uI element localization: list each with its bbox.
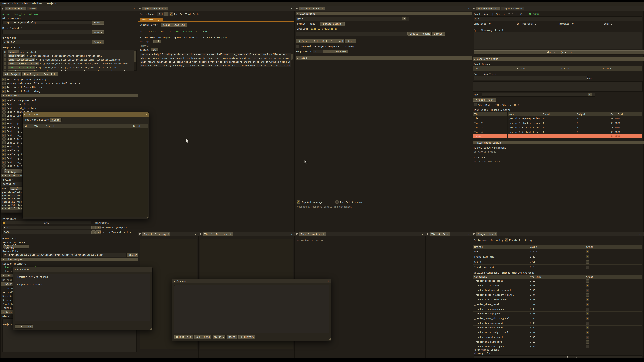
component-graph-checkbox[interactable] (586, 340, 590, 344)
message-action-button[interactable]: MD Only (213, 335, 226, 339)
dock-options-icon[interactable] (1, 170, 3, 172)
project-file-row[interactable]: x temp_project C:\projects\manual_slop\t… (4, 54, 136, 57)
step-mode-checkbox[interactable] (474, 103, 477, 106)
window-close-icon[interactable]: X (146, 113, 147, 116)
tab-close-icon[interactable]: X (168, 233, 169, 236)
create-discussion-button[interactable]: Create (407, 31, 420, 36)
remove-file-button[interactable]: x (4, 62, 6, 65)
menu-item[interactable]: View (22, 2, 28, 5)
option-checkbox[interactable] (2, 82, 6, 85)
tab-tier2-techlead[interactable]: Tier 2: Tech LeadX (202, 232, 232, 236)
file-name-badge[interactable]: temp_livetoolssim * (8, 66, 35, 69)
remove-file-button[interactable]: x (4, 54, 6, 57)
menu-item[interactable]: Windows (32, 2, 42, 5)
scrollbar-thumb[interactable] (291, 54, 293, 60)
provider-select[interactable]: gemini_cli (1, 182, 25, 186)
model-option[interactable]: gemini-2.5-flash- (1, 207, 22, 210)
project-files-list[interactable]: x project project.toml x temp_project C:… (2, 50, 136, 71)
response-to-history-button[interactable]: -> History (15, 325, 33, 329)
tab-close-icon[interactable]: X (230, 233, 231, 236)
add-project-button[interactable]: Add Project (2, 72, 23, 76)
tier-row[interactable]: Tier 3 gemini-2.5-flash-lite 0 0 $0.0000 (473, 125, 642, 130)
remove-file-button[interactable]: x (4, 66, 6, 69)
tool-checkbox[interactable] (2, 99, 6, 102)
panel-close-icon[interactable]: X (467, 7, 470, 10)
tab-close-icon[interactable]: X (23, 7, 24, 10)
project-file-row[interactable]: x temp_liveaisettingssim C:\projects\man… (4, 62, 136, 65)
save-all-button[interactable]: Save All (41, 72, 58, 76)
tab-comms-history[interactable]: Comms History (140, 18, 163, 21)
tool-checkbox[interactable] (2, 137, 6, 141)
epic-planning-textarea[interactable] (474, 32, 642, 49)
panel-close-icon[interactable]: X (638, 7, 642, 10)
response-window[interactable]: ▼ Response X [GEMINI_CLI API ERROR] subp… (13, 267, 152, 330)
file-name-badge[interactable]: temp_livecontextsim (8, 58, 35, 61)
collapse-icon[interactable]: ▼ (14, 269, 16, 271)
load-log-button[interactable]: Load Log (171, 23, 187, 27)
tab-close-icon[interactable]: X (494, 233, 496, 236)
slider-knob[interactable] (3, 222, 5, 224)
tool-checkbox[interactable] (2, 161, 6, 164)
option-checkbox[interactable] (2, 86, 6, 89)
tier-model-config-header[interactable]: ▶ Tier Model Config (473, 141, 644, 144)
tab-log-management[interactable]: Log Management (501, 7, 524, 10)
reset-cli-session-button[interactable]: Reset CLI Session (2, 244, 29, 249)
tab-close-icon[interactable]: X (165, 7, 166, 10)
file-name-badge[interactable]: temp_liveaisettingssim (8, 62, 38, 65)
token-budget-header[interactable]: ▼ Token Budget (1, 258, 140, 261)
tab-close-icon[interactable]: X (447, 233, 448, 236)
component-graph-checkbox[interactable] (586, 284, 590, 287)
dock-options-icon[interactable] (426, 233, 429, 236)
response-text-box[interactable]: [GEMINI_CLI API ERROR] subprocess timeou… (15, 274, 150, 321)
binary-path-input[interactable]: "C:\projects\manual_slop\.venv\Scripts\p… (2, 253, 128, 257)
component-graph-checkbox[interactable] (586, 326, 590, 330)
track-type-select[interactable]: feature (482, 92, 595, 96)
model-option[interactable]: gemini-3-flash-pr (1, 191, 22, 194)
tool-calls-titlebar[interactable]: ▼ Tool Calls X (23, 112, 149, 117)
model-option[interactable]: gemini-3.1-pro-pr (1, 194, 22, 197)
panel-close-icon[interactable]: X (467, 233, 470, 236)
collapse-icon[interactable]: ▼ (24, 114, 25, 116)
track-description-textarea[interactable] (473, 81, 643, 91)
tab-tier3-workers[interactable]: Tier 3: WorkersX (299, 232, 326, 236)
message-textarea[interactable] (174, 285, 329, 333)
delete-discussion-button[interactable]: Delete (431, 31, 445, 36)
window-close-icon[interactable]: X (150, 268, 151, 271)
scrollbar-thumb[interactable] (134, 51, 136, 62)
tab-operations-hub[interactable]: Operations HubX (142, 7, 168, 10)
panel-close-icon[interactable]: X (194, 233, 197, 236)
dock-options-icon[interactable] (296, 7, 298, 10)
component-graph-checkbox[interactable] (586, 317, 590, 320)
project-file-row[interactable]: x temp_livetoolssim * C:\projects\manual… (4, 66, 136, 69)
metric-graph-checkbox[interactable] (586, 260, 590, 264)
remove-file-button[interactable]: x (4, 70, 6, 71)
metric-graph-checkbox[interactable] (586, 250, 590, 253)
window-close-icon[interactable]: X (328, 279, 329, 283)
tab-close-icon[interactable]: X (322, 7, 323, 10)
tool-checkbox[interactable] (2, 157, 6, 160)
panel-close-icon[interactable]: X (290, 233, 294, 236)
tool-checkbox[interactable] (2, 122, 6, 125)
create-track-button[interactable]: Create Track (473, 97, 496, 102)
resize-grip[interactable] (146, 216, 148, 218)
message-action-button[interactable]: Inject File (174, 335, 193, 339)
tool-checkbox[interactable] (2, 130, 6, 133)
tool-checkbox[interactable] (2, 141, 6, 144)
dock-options-icon[interactable] (199, 233, 202, 236)
tab-ai-settings[interactable]: AI SettingsX (4, 169, 23, 173)
menu-item[interactable]: Project (46, 2, 56, 5)
chevron-down-icon[interactable]: ▼ (402, 17, 406, 20)
model-listbox[interactable]: gemini-3-flash-prgemini-3.1-pro-prgemini… (1, 191, 23, 212)
component-graph-checkbox[interactable] (586, 289, 590, 292)
resize-grip[interactable] (328, 338, 330, 340)
message-action-button[interactable]: Gen + Send (194, 335, 211, 339)
component-graph-checkbox[interactable] (586, 279, 590, 283)
binary-browse-button[interactable]: Browse (126, 253, 139, 257)
metric-graph-checkbox[interactable] (586, 255, 590, 258)
tool-checkbox[interactable] (2, 126, 6, 129)
truncate-button[interactable]: Truncate (332, 50, 348, 53)
tier-row[interactable]: Tier 2 gemini-3-flash-preview 0 0 $0.000… (473, 121, 642, 125)
enable-profiling-checkbox[interactable] (505, 239, 508, 242)
tab-discussion-hub[interactable]: Discussion HubX (299, 7, 324, 10)
tool-checkbox[interactable] (2, 103, 6, 106)
